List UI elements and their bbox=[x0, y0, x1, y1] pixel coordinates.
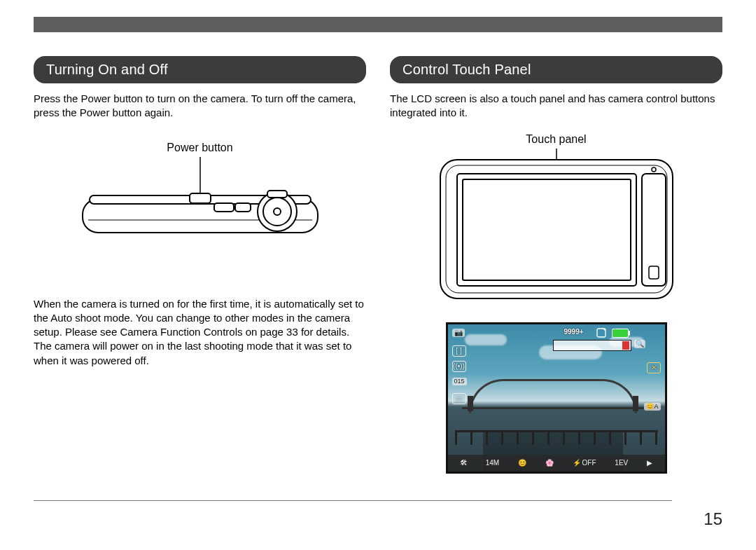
camera-back-line-art bbox=[430, 149, 682, 303]
camera-top-diagram bbox=[34, 157, 366, 255]
power-intro-text: Press the Power button to turn on the ca… bbox=[34, 92, 366, 121]
touch-panel-label: Touch panel bbox=[390, 133, 722, 146]
svg-rect-6 bbox=[235, 203, 251, 212]
face-ae-icon: 😊A bbox=[644, 403, 660, 411]
battery-icon bbox=[612, 329, 629, 338]
section-heading-touch: Control Touch Panel bbox=[390, 56, 722, 83]
left-column: Turning On and Off Press the Power butto… bbox=[34, 56, 366, 474]
sd-card-icon bbox=[596, 328, 608, 339]
camera-top-line-art bbox=[74, 157, 326, 255]
face-detect-icon: 😊 bbox=[518, 459, 526, 467]
exposure-bar bbox=[553, 340, 631, 351]
power-button-label: Power button bbox=[34, 142, 366, 154]
page-number: 15 bbox=[704, 509, 722, 529]
stabilizer-icon: ((•)) bbox=[452, 361, 466, 372]
svg-rect-10 bbox=[267, 191, 287, 198]
ev-badge: 1EV bbox=[615, 459, 628, 467]
lcd-screen: 📷 [ ] ((•)) 015 ▭ 9999+ 🔍 ✕ bbox=[446, 322, 667, 474]
footer-rule bbox=[34, 500, 672, 501]
svg-point-9 bbox=[274, 208, 281, 215]
power-note-text: When the camera is turned on for the fir… bbox=[34, 297, 366, 368]
touch-intro-text: The LCD screen is also a touch panel and… bbox=[390, 92, 722, 121]
manual-page: Turning On and Off Press the Power butto… bbox=[0, 0, 756, 550]
svg-rect-5 bbox=[214, 203, 234, 212]
svg-rect-18 bbox=[649, 266, 659, 279]
railing-posts bbox=[455, 432, 658, 445]
right-column: Control Touch Panel The LCD screen is al… bbox=[390, 56, 722, 474]
camera-mode-icon: 📷 bbox=[452, 329, 465, 337]
bridge-graphic bbox=[469, 379, 637, 418]
play-icon: ▶ bbox=[647, 459, 652, 467]
tools-icon: 🛠 bbox=[460, 459, 467, 467]
af-bracket-icon: [ ] bbox=[452, 345, 466, 357]
flash-off-icon: ⚡OFF bbox=[573, 459, 596, 467]
svg-rect-15 bbox=[463, 179, 631, 280]
cloud bbox=[465, 334, 507, 345]
svg-rect-4 bbox=[190, 193, 211, 203]
iso-badge: 015 bbox=[452, 378, 467, 385]
svg-point-17 bbox=[652, 167, 656, 172]
drive-mode-icon: ▭ bbox=[452, 393, 466, 404]
lcd-sample-photo: 📷 [ ] ((•)) 015 ▭ 9999+ 🔍 ✕ bbox=[390, 322, 722, 474]
content-columns: Turning On and Off Press the Power butto… bbox=[34, 56, 722, 474]
header-bar bbox=[34, 17, 722, 32]
shots-remaining: 9999+ bbox=[564, 329, 584, 336]
camera-back-diagram bbox=[390, 149, 722, 303]
zoom-icon: 🔍 bbox=[634, 340, 645, 348]
macro-icon: 🌸 bbox=[545, 459, 554, 467]
close-icon: ✕ bbox=[647, 362, 661, 373]
section-heading-power: Turning On and Off bbox=[34, 56, 366, 83]
resolution-badge: 14M bbox=[486, 459, 499, 467]
lcd-bottom-toolbar: 🛠 14M 😊 🌸 ⚡OFF 1EV ▶ bbox=[448, 455, 665, 472]
